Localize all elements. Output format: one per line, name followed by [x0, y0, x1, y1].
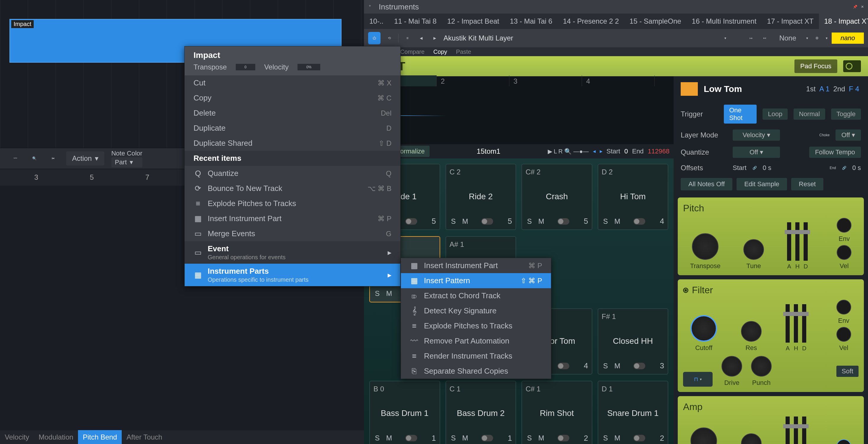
copy-button[interactable]: Copy	[433, 49, 447, 55]
pad-solo[interactable]: S	[602, 217, 610, 226]
drive-knob[interactable]	[721, 356, 742, 377]
env-d-slider[interactable]	[804, 222, 808, 261]
sub-explode[interactable]: ≡Explode Pitches to Tracks	[401, 318, 551, 333]
pad-mute[interactable]: M	[614, 434, 621, 442]
power-button[interactable]: ⏻	[368, 32, 380, 45]
res-knob[interactable]	[741, 321, 762, 342]
drum-pad[interactable]: D 2 Hi Tom S M 4	[598, 164, 669, 230]
filter-enable-toggle[interactable]	[683, 288, 688, 293]
drum-pad[interactable]: D 1 Snare Drum 1 S M 2	[598, 381, 669, 444]
send-icon[interactable]: ↦	[746, 33, 756, 43]
preset-name[interactable]: Akustik Kit Multi Layer	[443, 34, 720, 42]
trigger-loop[interactable]: Loop	[763, 109, 788, 120]
transpose-knob[interactable]	[692, 233, 718, 260]
offset-end[interactable]: 0 s	[852, 164, 861, 172]
ctx-bounce[interactable]: ⟳Bounce To New Track⌥ ⌘ B	[185, 181, 400, 196]
amp-h-slider[interactable]	[794, 416, 798, 444]
pad-mute[interactable]: M	[537, 217, 545, 226]
pad-solo[interactable]: S	[526, 434, 533, 442]
receive-icon[interactable]: ↤	[760, 33, 769, 43]
drum-pad[interactable]: B 0 Bass Drum 1 S M 1	[369, 381, 440, 444]
ctx-event-submenu[interactable]: ▭EventGeneral operations for events ▸	[185, 241, 400, 264]
pad-bank-tab[interactable]: 4	[582, 76, 655, 87]
soft-button[interactable]: Soft	[836, 366, 859, 377]
add-instrument-icon[interactable]: ＋	[368, 3, 375, 10]
amp-d-slider[interactable]	[802, 416, 806, 444]
pitch-vel-knob[interactable]	[837, 245, 851, 260]
drum-pad[interactable]: C 1 Bass Drum 2 S M 1	[445, 381, 517, 444]
velocity-value[interactable]: 0%	[298, 64, 320, 70]
nano-badge[interactable]: nano	[832, 32, 864, 44]
trigger-toggle[interactable]: Toggle	[831, 109, 861, 120]
pad-mute[interactable]: M	[614, 362, 621, 370]
pad-mute[interactable]: M	[462, 434, 469, 442]
drum-pad[interactable]: C# 2 Crash S M 5	[522, 164, 592, 230]
close-icon[interactable]: ✕	[861, 5, 864, 9]
inst-tab[interactable]: 16 - Multi Instrument	[687, 13, 762, 29]
pad-mute[interactable]: M	[385, 434, 393, 442]
ctx-copy[interactable]: Copy⌘ C	[185, 90, 400, 106]
pitch-env-knob[interactable]	[837, 218, 851, 233]
inst-tab[interactable]: 10-..	[364, 13, 389, 29]
pad-mute[interactable]: M	[385, 289, 393, 298]
pad-mute[interactable]: M	[614, 217, 621, 226]
choke-dropdown[interactable]: Off ▾	[836, 129, 861, 141]
split-tool-icon[interactable]: ✂	[47, 152, 59, 165]
drum-pad[interactable]: C 2 Ride 2 S M 5	[445, 164, 517, 230]
drum-pad[interactable]: C# 1 Rim Shot S M 2	[522, 381, 592, 444]
reset-button[interactable]: Reset	[791, 178, 824, 190]
pad-toggle[interactable]	[481, 435, 493, 441]
inst-tab[interactable]: 14 - Presence 2 2	[557, 13, 624, 29]
link-icon[interactable]: 🔗	[752, 166, 757, 170]
pad-bank-tab[interactable]: 3	[509, 76, 582, 87]
pad-solo[interactable]: S	[450, 434, 457, 442]
quantize-dropdown[interactable]: Off ▾	[733, 147, 780, 158]
pad-toggle[interactable]	[481, 218, 493, 225]
filter-env-knob[interactable]	[836, 300, 851, 315]
ctx-insert-part[interactable]: ▦Insert Instrument Part⌘ P	[185, 211, 400, 226]
inst-tab[interactable]: 12 - Impact Beat	[442, 13, 505, 29]
chevron-down-icon[interactable]: ▾	[806, 36, 808, 40]
chevron-down-icon[interactable]: ▾	[826, 36, 828, 40]
filter-d-slider[interactable]	[802, 304, 806, 343]
sub-extract-chord[interactable]: ⎄Extract to Chord Track	[401, 288, 551, 303]
pad-mute[interactable]: M	[462, 217, 469, 226]
sub-insert-part[interactable]: ▦Insert Instrument Part⌘ P	[401, 258, 551, 273]
env-h-slider[interactable]	[795, 222, 800, 261]
pad-toggle[interactable]	[633, 435, 645, 441]
pad-solo[interactable]: S	[526, 217, 533, 226]
pad-toggle[interactable]	[633, 218, 645, 225]
pad-toggle[interactable]	[633, 363, 645, 369]
amp-vel-knob[interactable]	[836, 439, 851, 444]
tab-modulation[interactable]: Modulation	[34, 430, 78, 444]
action-dropdown[interactable]: Action ▾	[66, 151, 104, 166]
filter-a-slider[interactable]	[785, 304, 790, 343]
next-sample-icon[interactable]: ▶	[600, 149, 602, 153]
ctx-duplicate-shared[interactable]: Duplicate Shared⇧ D	[185, 136, 400, 151]
pad-focus-button[interactable]: Pad Focus	[795, 59, 837, 73]
sample-end[interactable]: 112968	[648, 148, 670, 155]
zoom-icon[interactable]: 🔍	[28, 152, 40, 165]
compare-button[interactable]: Compare	[400, 49, 425, 55]
ctx-quantize[interactable]: QQuantizeQ	[185, 166, 400, 181]
next-preset-icon[interactable]: ▶	[430, 33, 439, 43]
gain-knob[interactable]	[690, 427, 717, 444]
inst-tab[interactable]: 17 - Impact XT	[762, 13, 819, 29]
env-a-slider[interactable]	[787, 222, 791, 261]
pan-knob[interactable]	[741, 433, 762, 444]
edit-sample-button[interactable]: Edit Sample	[737, 178, 787, 190]
ctx-explode[interactable]: ≡Explode Pitches to Tracks	[185, 196, 400, 211]
inst-tab[interactable]: 15 - SampleOne	[624, 13, 687, 29]
ctx-delete[interactable]: DeleteDel	[185, 106, 400, 121]
tune-knob[interactable]	[743, 239, 764, 260]
transpose-value[interactable]: 0	[236, 64, 255, 70]
layer-mode-dropdown[interactable]: Velocity ▾	[733, 129, 780, 141]
trigger-oneshot[interactable]: One Shot	[724, 105, 756, 124]
filter-vel-knob[interactable]	[836, 327, 851, 342]
drum-pad[interactable]: F# 1 Closed HH S M 3	[598, 308, 669, 375]
punch-knob[interactable]	[751, 356, 772, 377]
sub-detect-key[interactable]: 𝄞Detect Key Signature	[401, 303, 551, 318]
sub-render-tracks[interactable]: ≡Render Instrument Tracks	[401, 349, 551, 364]
gear-icon[interactable]: ⚙	[812, 33, 822, 43]
amp-a-slider[interactable]	[785, 416, 790, 444]
